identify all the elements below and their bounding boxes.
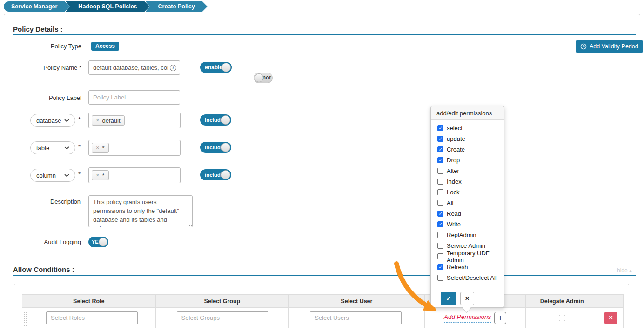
permission-item: Lock bbox=[437, 189, 504, 195]
permission-item: Temporary UDF Admin bbox=[437, 253, 504, 259]
permission-label: Service Admin bbox=[447, 242, 485, 249]
header-delegate-admin: Delegate Admin bbox=[525, 295, 598, 307]
policy-override-toggle[interactable]: nor bbox=[254, 73, 273, 83]
toggle-knob bbox=[221, 63, 231, 72]
select-groups-input[interactable] bbox=[177, 311, 268, 324]
table-include-toggle[interactable]: include bbox=[200, 142, 231, 153]
select-roles-input[interactable] bbox=[46, 311, 138, 324]
row-drag-handle[interactable] bbox=[23, 310, 27, 327]
permission-item: Service Admin bbox=[437, 243, 504, 249]
chevron-down-icon bbox=[64, 146, 69, 150]
permission-checkbox[interactable] bbox=[437, 189, 443, 195]
add-validity-period-label: Add Validity Period bbox=[590, 43, 638, 50]
permission-checkbox[interactable] bbox=[437, 136, 443, 142]
header-select-user: Select User bbox=[288, 295, 424, 307]
permission-checkbox[interactable] bbox=[437, 221, 443, 227]
chevron-down-icon bbox=[64, 174, 69, 177]
tag-label: * bbox=[102, 172, 105, 179]
tag-remove-icon[interactable]: ✕ bbox=[96, 146, 100, 150]
policy-label-label: Policy Label bbox=[9, 94, 81, 101]
audit-logging-toggle[interactable]: YES bbox=[88, 237, 108, 247]
breadcrumb-service-manager[interactable]: Service Manager bbox=[4, 1, 70, 12]
permission-item: Create bbox=[437, 146, 504, 152]
permission-item: Alter bbox=[437, 168, 504, 174]
delegate-admin-checkbox[interactable] bbox=[559, 315, 565, 321]
delegate-admin-cell bbox=[525, 308, 598, 328]
hide-caret-icon: ▴ bbox=[629, 267, 632, 274]
breadcrumb-create-policy[interactable]: Create Policy bbox=[146, 1, 208, 12]
popup-confirm-button[interactable]: ✓ bbox=[441, 292, 456, 305]
hide-label: hide bbox=[617, 267, 628, 274]
permission-label: Refresh bbox=[447, 264, 468, 271]
permission-label: Alter bbox=[447, 167, 459, 174]
policy-details-heading: Policy Details : bbox=[13, 25, 63, 33]
permission-checkbox[interactable] bbox=[437, 125, 443, 131]
tag-remove-icon[interactable]: ✕ bbox=[96, 173, 100, 178]
resource-type-value: column bbox=[36, 172, 56, 179]
permission-checkbox[interactable] bbox=[437, 157, 443, 163]
toggle-knob bbox=[99, 238, 107, 246]
permission-checkbox[interactable] bbox=[437, 200, 443, 206]
permission-label: Temporary UDF Admin bbox=[447, 250, 504, 264]
policy-name-label: Policy Name * bbox=[9, 64, 81, 71]
hide-link[interactable]: hide ▴ bbox=[617, 267, 632, 274]
resource-type-select-column[interactable]: column bbox=[30, 169, 75, 182]
table-value-input[interactable]: ✕ * bbox=[88, 140, 181, 156]
policy-enabled-toggle[interactable]: enabled bbox=[200, 62, 232, 73]
permission-label: ReplAdmin bbox=[447, 232, 476, 238]
permission-checkbox[interactable] bbox=[437, 179, 443, 185]
permissions-cell: Add Permissions + bbox=[424, 308, 526, 328]
column-include-toggle[interactable]: include bbox=[200, 169, 231, 180]
permission-item: Select/Deselect All bbox=[437, 275, 504, 281]
create-policy-page: Service Manager Hadoop SQL Policies Crea… bbox=[0, 0, 644, 331]
permission-checkbox[interactable] bbox=[437, 168, 443, 174]
permission-checkbox[interactable] bbox=[437, 264, 443, 270]
required-mark: * bbox=[78, 171, 80, 178]
policy-type-badge: Access bbox=[91, 42, 119, 51]
conditions-table-row: Add Permissions + ✕ bbox=[22, 308, 624, 328]
permission-checkbox[interactable] bbox=[437, 232, 443, 238]
resource-type-select-database[interactable]: database bbox=[30, 114, 75, 127]
permission-checkbox[interactable] bbox=[437, 211, 443, 217]
permission-checkbox[interactable] bbox=[437, 275, 443, 281]
breadcrumb-hadoop-sql-policies[interactable]: Hadoop SQL Policies bbox=[66, 1, 149, 12]
permission-item: update bbox=[437, 136, 504, 142]
toggle-knob bbox=[221, 115, 230, 125]
add-validity-period-button[interactable]: Add Validity Period bbox=[576, 40, 643, 53]
permission-label: Create bbox=[447, 146, 465, 153]
header-select-group: Select Group bbox=[155, 295, 289, 307]
description-textarea[interactable]: This policy grants users permissions to … bbox=[88, 195, 193, 227]
policy-label-input[interactable] bbox=[88, 90, 180, 105]
permission-label: Read bbox=[447, 210, 461, 217]
permission-item: Write bbox=[437, 221, 504, 227]
allow-conditions-divider bbox=[13, 275, 636, 276]
permission-label: Select/Deselect All bbox=[447, 274, 497, 281]
database-include-toggle[interactable]: include bbox=[200, 114, 231, 126]
permission-item: Drop bbox=[437, 157, 504, 163]
resource-type-value: table bbox=[36, 145, 49, 152]
resource-type-select-table[interactable]: table bbox=[30, 141, 75, 154]
resource-type-value: database bbox=[36, 117, 61, 124]
tag-remove-icon[interactable]: ✕ bbox=[96, 118, 100, 123]
permission-checkbox[interactable] bbox=[437, 243, 443, 249]
permission-label: All bbox=[447, 199, 453, 206]
delete-row-button[interactable]: ✕ bbox=[604, 312, 617, 324]
description-field-wrap: This policy grants users permissions to … bbox=[88, 195, 193, 227]
permission-checkbox[interactable] bbox=[437, 146, 443, 152]
toggle-knob bbox=[221, 143, 230, 152]
info-icon[interactable]: i bbox=[170, 65, 176, 71]
add-permissions-plus-button[interactable]: + bbox=[494, 312, 506, 324]
permission-label: update bbox=[447, 135, 465, 142]
select-users-input[interactable] bbox=[310, 311, 402, 324]
policy-name-input[interactable] bbox=[88, 60, 180, 75]
permission-label: Index bbox=[447, 178, 462, 185]
select-group-cell bbox=[155, 308, 289, 328]
add-permissions-link[interactable]: Add Permissions bbox=[444, 313, 491, 323]
tag-label: default bbox=[102, 117, 121, 124]
popup-cancel-button[interactable]: ✕ bbox=[460, 292, 474, 305]
database-value-input[interactable]: ✕ default bbox=[88, 113, 181, 128]
tag-label: * bbox=[102, 145, 105, 152]
column-value-input[interactable]: ✕ * bbox=[88, 167, 181, 183]
required-mark: * bbox=[78, 116, 80, 123]
permission-checkbox[interactable] bbox=[437, 253, 443, 259]
